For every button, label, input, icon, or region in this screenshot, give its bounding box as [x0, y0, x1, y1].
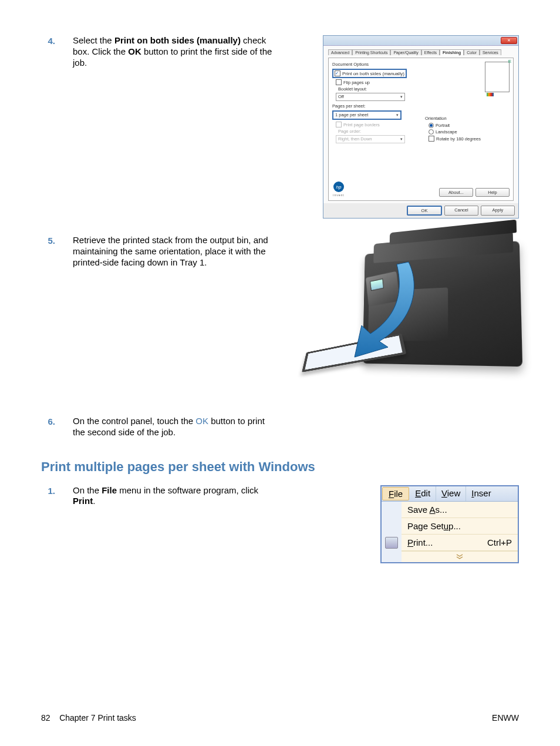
chapter-label: Chapter 7 Print tasks — [59, 713, 136, 723]
footer-right: ENWW — [492, 713, 519, 723]
step-number: 6. — [41, 416, 55, 426]
orientation-portrait[interactable]: Portrait — [429, 123, 510, 128]
checkbox-icon — [336, 79, 342, 85]
document-options-label: Document Options — [332, 62, 420, 67]
printer-icon — [385, 537, 398, 549]
step-6: 6. On the control panel, touch the OK bu… — [41, 416, 519, 438]
chevron-down-icon: ▾ — [400, 93, 403, 100]
orientation-label: Orientation — [425, 116, 510, 121]
menuitem-save-as[interactable]: Save As... — [402, 502, 518, 518]
ok-button[interactable]: OK — [407, 206, 442, 216]
menu-expand-icon[interactable] — [402, 551, 518, 562]
checkbox-icon — [336, 122, 342, 127]
menuitem-print[interactable]: Print... Ctrl+P — [402, 535, 518, 551]
file-dropdown: Save As... Page Setup... Print... Ctrl+P — [382, 502, 518, 562]
step-text: On the File menu in the software program… — [73, 485, 272, 508]
booklet-layout-label: Booklet layout: — [338, 86, 420, 92]
orientation-landscape[interactable]: Landscape — [429, 129, 510, 135]
step-text: On the control panel, touch the OK butto… — [73, 416, 272, 438]
apply-button[interactable]: Apply — [481, 206, 515, 216]
booklet-layout-combo[interactable]: Off ▾ — [336, 93, 405, 101]
checkbox-icon — [335, 70, 340, 76]
page-footer: 82 Chapter 7 Print tasks ENWW — [41, 713, 519, 723]
radio-icon — [429, 123, 434, 128]
step-number: 4. — [41, 35, 55, 46]
printer-illustration — [302, 235, 519, 399]
tab-services[interactable]: Services — [480, 49, 501, 55]
tab-paper-quality[interactable]: Paper/Quality — [390, 49, 421, 55]
rotate-180-checkbox[interactable]: Rotate by 180 degrees — [429, 136, 510, 142]
section2-step-1: 1. On the File menu in the software prog… — [41, 485, 519, 563]
radio-icon — [429, 129, 434, 135]
step-number: 1. — [41, 485, 55, 496]
pages-per-sheet-combo[interactable]: 1 page per sheet ▾ — [332, 110, 402, 120]
step-text: Select the Print on both sides (manually… — [73, 35, 272, 68]
tab-printing-shortcuts[interactable]: Printing Shortcuts — [352, 49, 390, 55]
page-order-combo: Right, then Down ▾ — [336, 135, 405, 143]
menuitem-page-setup[interactable]: Page Setup... — [402, 518, 518, 535]
about-button[interactable]: About... — [439, 188, 473, 197]
page-order-label: Page order: — [338, 129, 420, 134]
flip-pages-checkbox[interactable]: Flip pages up — [336, 79, 420, 85]
dialog-tabs: Advanced Printing Shortcuts Paper/Qualit… — [328, 49, 514, 55]
step-number: 5. — [41, 235, 55, 246]
chevron-down-icon: ▾ — [400, 136, 403, 143]
section-heading: Print multiple pages per sheet with Wind… — [41, 459, 519, 475]
menu-insert[interactable]: Inser — [466, 486, 496, 501]
tab-color[interactable]: Color — [464, 49, 480, 55]
cancel-button[interactable]: Cancel — [444, 206, 478, 216]
pages-per-sheet-label: Pages per sheet: — [332, 103, 420, 109]
menu-view[interactable]: View — [436, 486, 466, 501]
page-number: 82 — [41, 713, 50, 723]
step-text: Retrieve the printed stack from the outp… — [73, 235, 272, 268]
hp-logo-icon: hp — [333, 182, 344, 192]
tab-advanced[interactable]: Advanced — [328, 49, 352, 55]
dialog-titlebar: ✕ — [323, 36, 518, 46]
chevron-down-icon: ▾ — [396, 112, 399, 119]
print-properties-dialog: ✕ Advanced Printing Shortcuts Paper/Qual… — [323, 35, 519, 219]
checkbox-icon — [429, 136, 434, 142]
tab-effects[interactable]: Effects — [421, 49, 440, 55]
print-both-sides-checkbox[interactable]: Print on both sides (manually) — [332, 69, 407, 78]
step-5: 5. Retrieve the printed stack from the o… — [41, 235, 519, 399]
file-menu-screenshot: File Edit View Inser Save As... Page Set… — [380, 485, 519, 563]
print-page-borders-checkbox: Print page borders — [336, 122, 420, 127]
menu-file[interactable]: File — [382, 487, 409, 500]
menu-edit[interactable]: Edit — [410, 486, 436, 501]
help-button[interactable]: Help — [475, 188, 510, 197]
step-4: 4. Select the Print on both sides (manua… — [41, 35, 519, 219]
tab-finishing[interactable]: Finishing — [440, 49, 464, 55]
menubar: File Edit View Inser — [382, 486, 518, 502]
page-preview-icon: E — [485, 62, 510, 92]
close-icon[interactable]: ✕ — [501, 37, 517, 44]
